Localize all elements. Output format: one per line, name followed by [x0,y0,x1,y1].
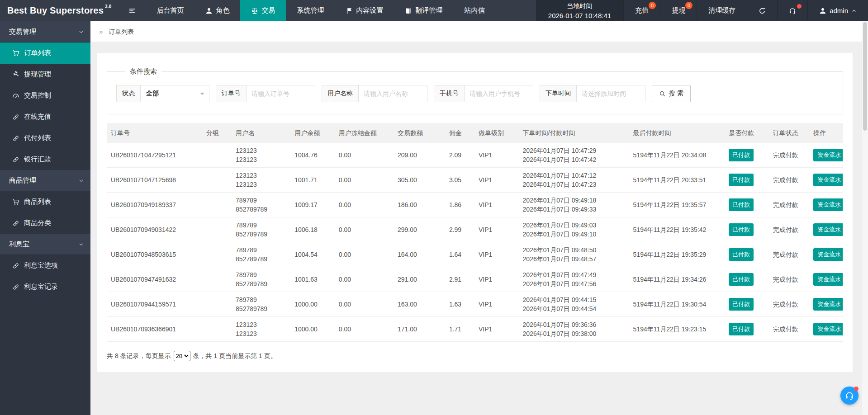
cell-commission: 2.99 [446,217,475,242]
cell-group [203,168,232,193]
nav-item-home[interactable]: 后台首页 [146,0,194,21]
fund-flow-button[interactable]: 资金流水 [813,248,843,261]
customer-service-button[interactable] [840,387,859,405]
brand-logo[interactable]: Best Buy Superstores 3.0 [0,0,119,21]
breadcrumb: » 订单列表 [90,21,868,42]
fund-flow-button[interactable]: 资金流水 [813,223,843,236]
column-header: 交易数额 [394,124,446,143]
cell-balance: 1006.18 [291,217,335,242]
nav-item-translate-manage[interactable]: 翻译管理 [394,0,453,21]
page-scrollbar[interactable] [862,21,868,415]
quick-link-recharge[interactable]: 充值0 [623,0,660,21]
cell-order-no: UB2601070936366901 [107,317,203,342]
quick-link-clear-cache[interactable]: 清理缓存 [697,0,747,21]
cell-group [203,193,232,217]
sidebar-item-label: 在线充值 [24,113,51,121]
cell-paid-status: 已付款 [725,193,769,217]
time-line: 2026年01月07日 09:49:03 [523,221,626,230]
sidebar-item-order-list[interactable]: 订单列表 [0,42,90,64]
badge-count: 0 [649,2,656,9]
quick-link-withdraw[interactable]: 提现0 [660,0,697,21]
fund-flow-button[interactable]: 资金流水 [813,149,843,161]
sidebar-item-bank-remittance[interactable]: 银行汇款 [0,149,90,170]
fund-flow-button[interactable]: 资金流水 [813,273,843,286]
sidebar-item-label: 提现管理 [24,70,51,79]
time-line: 2026年01月07日 09:44:54 [523,304,626,313]
username-line: 123123 [236,320,287,329]
breadcrumb-icon: » [99,28,103,35]
sidebar-item-interest-options[interactable]: 利息宝选项 [0,255,90,276]
fund-flow-button[interactable]: 资金流水 [813,323,843,335]
cell-level: VIP1 [475,168,519,193]
sidebar-item-interest-records[interactable]: 利息宝记录 [0,276,90,297]
nav-item-label: 站内信 [464,6,484,15]
cell-order-pay-time: 2026年01月07日 10:47:122026年01月07日 10:47:23 [519,168,630,193]
username-line: 789789 [236,270,287,279]
page-size-select[interactable]: 20 [174,351,190,361]
sidebar-item-withdraw-manage[interactable]: 提现管理 [0,64,90,85]
search-button[interactable]: 搜 索 [652,85,691,102]
cell-username: 789789852789789 [232,193,291,217]
nav-item-trade[interactable]: 交易 [240,0,286,21]
nav-item-system-manage[interactable]: 系统管理 [286,0,335,21]
sidebar-item-trade-control[interactable]: 交易控制 [0,85,90,106]
fund-flow-button[interactable]: 资金流水 [813,298,843,311]
username-line: 123123 [236,155,287,164]
book-icon [405,7,412,14]
sidebar-group-goods-manage[interactable]: 商品管理 [0,170,90,191]
nav-item-roles[interactable]: 角色 [194,0,240,21]
sidebar-item-online-recharge[interactable]: 在线充值 [0,106,90,127]
search-field-user-name: 用户名称 [322,85,427,102]
sidebar-group-trade-manage[interactable]: 交易管理 [0,21,90,42]
cell-paid-status: 已付款 [725,317,769,342]
cart-icon [12,198,19,206]
cell-commission: 1.86 [446,193,475,217]
chevron-down-icon [78,241,84,247]
cell-frozen: 0.00 [335,143,394,168]
field-input-order-time[interactable] [577,85,645,102]
fund-flow-button[interactable]: 资金流水 [813,174,843,186]
cell-frozen: 0.00 [335,267,394,292]
cell-amount: 291.00 [394,267,446,292]
cell-actions: 资金流水 [810,242,843,267]
admin-menu[interactable]: admin [807,0,868,21]
cell-paid-status: 已付款 [725,292,769,317]
sidebar-group-interest-treasure[interactable]: 利息宝 [0,234,90,255]
cell-order-status: 完成付款 [769,317,810,342]
cell-order-status: 完成付款 [769,193,810,217]
column-header: 最后付款时间 [630,124,726,143]
refresh-button[interactable] [747,0,777,21]
status-select[interactable]: 全部 [141,85,209,102]
customer-service-menu[interactable] [777,0,807,21]
field-input-phone[interactable] [465,85,533,102]
chevron-down-icon [78,178,84,184]
sidebar-item-proxy-pay-list[interactable]: 代付列表 [0,127,90,149]
nav-item-content-settings[interactable]: 内容设置 [335,0,394,21]
table-row: UB26010709485036157897898527897891004.54… [107,242,843,267]
cell-level: VIP1 [475,242,519,267]
field-input-user-name[interactable] [359,85,427,102]
cell-group [203,317,232,342]
nav-item-site-mail[interactable]: 站内信 [453,0,495,21]
search-form: 状态 全部 订单号用户名称手机号下单时间 搜 索 [116,85,834,102]
topbar-right: 当地时间 2026-01-07 10:48:41 充值0提现0清理缓存 admi… [536,0,868,21]
sidebar-toggle-button[interactable] [119,0,146,21]
fund-flow-button[interactable]: 资金流水 [813,198,843,211]
cell-order-no: UB2601070948503615 [107,242,203,267]
sidebar-item-goods-list[interactable]: 商品列表 [0,191,90,212]
cell-last-pay-time: 5194年11月22日 19:30:54 [630,292,726,317]
table-row: UB26010709363669011231231231231000.000.0… [107,317,843,342]
link-icon [12,262,19,269]
quick-link-label: 充值 [635,6,649,15]
cell-username: 789789852789789 [232,242,291,267]
cell-order-no: UB2601071047125698 [107,168,203,193]
time-line: 2026年01月07日 09:38:00 [523,329,626,338]
cell-frozen: 0.00 [335,168,394,193]
scrollbar-thumb[interactable] [863,22,867,131]
time-line: 2026年01月07日 09:47:56 [523,279,626,288]
username-line: 852789789 [236,279,287,288]
cell-amount: 164.00 [394,242,446,267]
sidebar-item-goods-category[interactable]: 商品分类 [0,212,90,234]
field-input-order-no[interactable] [247,85,315,102]
cell-balance: 1004.76 [291,143,335,168]
